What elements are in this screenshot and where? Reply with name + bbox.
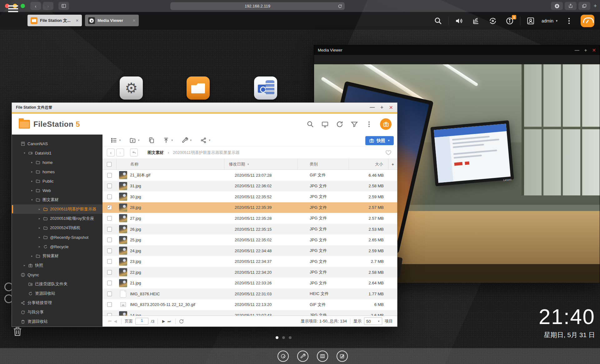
snapshot-assistant-button[interactable]: [380, 118, 392, 130]
dock-wrench-icon[interactable]: [297, 351, 308, 362]
sidebar-item-资源回收站[interactable]: 资源回收站: [12, 289, 102, 298]
up-level-button[interactable]: [130, 149, 138, 156]
column-header-name[interactable]: 名称: [116, 159, 224, 170]
table-row[interactable]: 14.jpg2020/05/11 22:07:43JPG 文件2.6 MB: [102, 310, 397, 316]
column-header-date[interactable]: 修改日期▼: [224, 159, 297, 170]
browser-sidebar-toggle[interactable]: [58, 2, 69, 10]
prev-page-button[interactable]: ◀: [114, 319, 117, 323]
tree-expanded-icon[interactable]: ▾: [24, 151, 28, 155]
table-row[interactable]: 23.jpg2020/05/11 22:34:37JPG 文件2.7 MB: [102, 256, 397, 267]
row-checkbox[interactable]: [107, 238, 112, 242]
share-button[interactable]: ▼: [200, 137, 211, 144]
tree-collapsed-icon[interactable]: ▸: [39, 245, 43, 248]
close-tab-icon[interactable]: ✕: [132, 18, 136, 23]
downloads-button[interactable]: [551, 2, 563, 10]
upload-button[interactable]: ▼: [163, 137, 173, 144]
sidebar-item-快照[interactable]: ▸快照: [12, 261, 102, 270]
user-icon[interactable]: [527, 17, 535, 25]
share-button[interactable]: [565, 2, 577, 10]
create-folder-button[interactable]: ▼: [129, 137, 140, 144]
maximize-icon[interactable]: +: [584, 47, 587, 53]
row-checkbox[interactable]: [107, 184, 112, 188]
tree-collapsed-icon[interactable]: ▸: [39, 208, 43, 211]
media-viewer-titlebar[interactable]: Media Viewer — + ✕: [314, 45, 600, 55]
tab-file-station[interactable]: File Station 文... ✕: [28, 15, 82, 26]
table-row[interactable]: IMG_8376.HEIC2020/05/11 22:31:03HEIC 文件1…: [102, 288, 397, 299]
sidebar-item-图文素材[interactable]: ▾图文素材: [12, 195, 102, 204]
sidebar-item-public[interactable]: ▸Public: [12, 176, 102, 186]
sidebar-item-20200511明基护眼显示器[interactable]: ▸20200511明基护眼显示器: [12, 204, 102, 214]
tree-collapsed-icon[interactable]: ▸: [39, 236, 43, 239]
tree-expanded-icon[interactable]: ▾: [31, 198, 36, 201]
search-icon[interactable]: [434, 17, 442, 25]
tree-collapsed-icon[interactable]: ▸: [31, 161, 36, 164]
add-column-button[interactable]: +: [388, 159, 397, 170]
main-menu-button[interactable]: [8, 5, 18, 12]
row-checkbox[interactable]: [107, 281, 112, 285]
sidebar-item-homes[interactable]: ▸homes: [12, 167, 102, 176]
row-checkbox[interactable]: [107, 248, 112, 253]
row-checkbox[interactable]: [107, 216, 112, 221]
desktop-page-dots[interactable]: [276, 336, 295, 339]
table-row[interactable]: 21_副本.gif2020/05/11 23:07:28GIF 文件6.46 M…: [102, 170, 397, 181]
favorite-heart-icon[interactable]: [385, 150, 392, 156]
sidebar-item-分享链接管理[interactable]: 分享链接管理: [12, 298, 102, 307]
background-tasks-icon[interactable]: [472, 17, 480, 25]
row-checkbox[interactable]: [107, 205, 112, 210]
table-row[interactable]: 24.jpg2020/05/11 22:34:48JPG 文件2.59 MB: [102, 245, 397, 256]
refresh-icon[interactable]: [336, 121, 343, 128]
row-checkbox[interactable]: [107, 313, 112, 316]
maximize-icon[interactable]: +: [380, 105, 383, 110]
close-icon[interactable]: ✕: [592, 47, 596, 53]
row-checkbox[interactable]: [107, 227, 112, 232]
dock-columns-icon[interactable]: [317, 351, 328, 362]
page-size-select[interactable]: 50 ▼: [364, 317, 382, 325]
reload-icon[interactable]: [338, 4, 342, 8]
table-row[interactable]: 28.jpg2020/05/11 22:35:39JPG 文件2.57 MB: [102, 202, 397, 213]
new-tab-button[interactable]: +: [593, 3, 597, 9]
minimize-icon[interactable]: —: [370, 105, 375, 110]
sidebar-item-canonnas[interactable]: CanonNAS: [12, 139, 102, 148]
table-row[interactable]: 22.jpg2020/05/11 22:34:20JPG 文件2.58 MB: [102, 267, 397, 278]
sidebar-item-qsync[interactable]: Qsync: [12, 270, 102, 279]
tree-collapsed-icon[interactable]: ▸: [31, 189, 36, 192]
url-bar[interactable]: 192.168.2.119: [170, 2, 345, 10]
volume-icon[interactable]: [455, 17, 463, 25]
first-page-button[interactable]: ⏮: [108, 319, 112, 323]
minimize-icon[interactable]: —: [575, 47, 579, 53]
table-row[interactable]: 27.jpg2020/05/11 22:35:28JPG 文件2.57 MB: [102, 213, 397, 224]
sidebar-item-已接受团队文件夹[interactable]: 已接受团队文件夹: [12, 279, 102, 289]
row-checkbox[interactable]: [107, 292, 112, 296]
table-row[interactable]: 26.jpg2020/05/11 22:35:15JPG 文件2.53 MB: [102, 224, 397, 235]
user-menu[interactable]: admin ▼: [542, 18, 558, 23]
search-icon[interactable]: [307, 121, 314, 128]
table-row[interactable]: IMG_8373.2020-05-11 22_12_30.gif2020/05/…: [102, 299, 397, 310]
row-checkbox[interactable]: [107, 173, 112, 178]
more-options-icon[interactable]: [565, 17, 573, 25]
close-icon[interactable]: ✕: [389, 105, 393, 111]
next-page-button[interactable]: ▶: [162, 319, 165, 323]
forward-button[interactable]: ›: [116, 149, 124, 156]
back-button[interactable]: ‹: [107, 149, 115, 156]
sidebar-item-@recycle[interactable]: ▸@Recycle: [12, 242, 102, 251]
column-header-size[interactable]: 大小: [349, 159, 388, 170]
tree-collapsed-icon[interactable]: ▸: [24, 264, 28, 267]
table-row[interactable]: 25.jpg2020/05/11 22:35:02JPG 文件2.65 MB: [102, 234, 397, 245]
tabs-overview-button[interactable]: [578, 2, 590, 10]
list-view-button[interactable]: ▼: [111, 137, 121, 144]
dock-compose-icon[interactable]: [337, 351, 348, 362]
remote-display-icon[interactable]: [321, 121, 329, 128]
row-checkbox[interactable]: [107, 270, 112, 275]
breadcrumb-parent[interactable]: 图文素材: [148, 150, 164, 155]
page-number-input[interactable]: 1: [135, 318, 148, 325]
tree-collapsed-icon[interactable]: ▸: [39, 226, 43, 229]
dock-swirl-icon[interactable]: [278, 351, 289, 362]
sidebar-item-剪辑素材[interactable]: ▸剪辑素材: [12, 251, 102, 261]
tree-collapsed-icon[interactable]: ▸: [31, 170, 36, 173]
row-checkbox[interactable]: [107, 302, 112, 307]
column-header-type[interactable]: 类别: [298, 159, 349, 170]
copy-button[interactable]: [148, 137, 155, 144]
sidebar-item-20200519欧颂roy安全座[interactable]: ▸20200519欧颂roy安全座: [12, 214, 102, 223]
row-checkbox[interactable]: [107, 259, 112, 264]
select-all-checkbox[interactable]: [107, 162, 112, 167]
